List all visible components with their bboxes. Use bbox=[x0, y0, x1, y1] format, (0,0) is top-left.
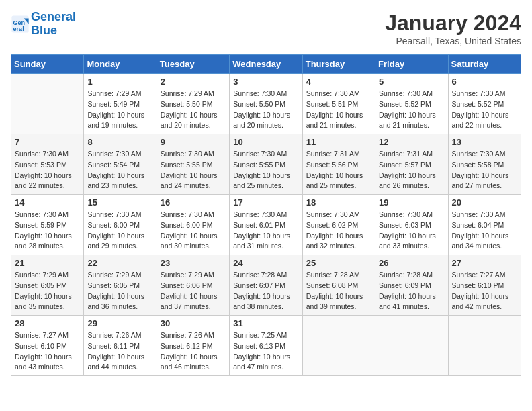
col-header-wednesday: Wednesday bbox=[230, 55, 302, 74]
day-info: Sunrise: 7:26 AM Sunset: 6:12 PM Dayligh… bbox=[161, 330, 226, 373]
day-cell: 15Sunrise: 7:30 AM Sunset: 6:00 PM Dayli… bbox=[84, 195, 157, 255]
week-row-5: 28Sunrise: 7:27 AM Sunset: 6:10 PM Dayli… bbox=[11, 316, 521, 376]
day-cell: 1Sunrise: 7:29 AM Sunset: 5:49 PM Daylig… bbox=[84, 74, 157, 134]
header-row: SundayMondayTuesdayWednesdayThursdayFrid… bbox=[11, 55, 521, 74]
day-number: 26 bbox=[379, 258, 444, 268]
day-cell: 31Sunrise: 7:25 AM Sunset: 6:13 PM Dayli… bbox=[230, 316, 302, 376]
day-number: 25 bbox=[306, 258, 371, 268]
day-number: 30 bbox=[161, 318, 226, 328]
day-cell: 12Sunrise: 7:31 AM Sunset: 5:57 PM Dayli… bbox=[375, 134, 448, 195]
day-info: Sunrise: 7:27 AM Sunset: 6:10 PM Dayligh… bbox=[452, 270, 517, 312]
location: Pearsall, Texas, United States bbox=[385, 36, 521, 46]
day-cell: 3Sunrise: 7:30 AM Sunset: 5:50 PM Daylig… bbox=[230, 74, 302, 134]
day-info: Sunrise: 7:30 AM Sunset: 6:00 PM Dayligh… bbox=[87, 210, 152, 252]
calendar-table: SundayMondayTuesdayWednesdayThursdayFrid… bbox=[11, 54, 521, 376]
day-info: Sunrise: 7:29 AM Sunset: 5:50 PM Dayligh… bbox=[161, 89, 226, 131]
day-info: Sunrise: 7:30 AM Sunset: 6:01 PM Dayligh… bbox=[233, 210, 298, 252]
logo: Gen eral General Blue bbox=[11, 11, 76, 38]
day-info: Sunrise: 7:30 AM Sunset: 5:55 PM Dayligh… bbox=[233, 149, 298, 191]
day-cell: 25Sunrise: 7:28 AM Sunset: 6:08 PM Dayli… bbox=[302, 255, 375, 316]
day-info: Sunrise: 7:28 AM Sunset: 6:09 PM Dayligh… bbox=[379, 270, 444, 312]
day-cell bbox=[375, 316, 448, 376]
day-cell: 24Sunrise: 7:28 AM Sunset: 6:07 PM Dayli… bbox=[230, 255, 302, 316]
day-info: Sunrise: 7:30 AM Sunset: 5:53 PM Dayligh… bbox=[15, 149, 80, 191]
day-info: Sunrise: 7:29 AM Sunset: 6:05 PM Dayligh… bbox=[15, 270, 80, 312]
day-cell: 6Sunrise: 7:30 AM Sunset: 5:52 PM Daylig… bbox=[448, 74, 521, 134]
day-info: Sunrise: 7:30 AM Sunset: 6:03 PM Dayligh… bbox=[379, 210, 444, 252]
day-number: 14 bbox=[15, 197, 80, 208]
day-cell bbox=[302, 316, 375, 376]
day-number: 20 bbox=[452, 197, 517, 208]
day-info: Sunrise: 7:25 AM Sunset: 6:13 PM Dayligh… bbox=[233, 330, 298, 373]
day-cell bbox=[448, 316, 521, 376]
col-header-tuesday: Tuesday bbox=[157, 55, 229, 74]
col-header-saturday: Saturday bbox=[448, 55, 521, 74]
day-info: Sunrise: 7:30 AM Sunset: 5:54 PM Dayligh… bbox=[87, 149, 152, 191]
svg-text:eral: eral bbox=[13, 26, 24, 32]
day-number: 8 bbox=[87, 137, 152, 147]
day-info: Sunrise: 7:26 AM Sunset: 6:11 PM Dayligh… bbox=[87, 330, 152, 373]
day-cell: 8Sunrise: 7:30 AM Sunset: 5:54 PM Daylig… bbox=[84, 134, 157, 195]
day-cell: 22Sunrise: 7:29 AM Sunset: 6:05 PM Dayli… bbox=[84, 255, 157, 316]
day-cell: 17Sunrise: 7:30 AM Sunset: 6:01 PM Dayli… bbox=[230, 195, 302, 255]
day-info: Sunrise: 7:29 AM Sunset: 6:06 PM Dayligh… bbox=[161, 270, 226, 312]
title-block: January 2024 Pearsall, Texas, United Sta… bbox=[385, 11, 521, 46]
day-info: Sunrise: 7:30 AM Sunset: 5:58 PM Dayligh… bbox=[452, 149, 517, 191]
day-info: Sunrise: 7:30 AM Sunset: 5:52 PM Dayligh… bbox=[452, 89, 517, 131]
day-number: 19 bbox=[379, 197, 444, 208]
day-cell: 20Sunrise: 7:30 AM Sunset: 6:04 PM Dayli… bbox=[448, 195, 521, 255]
day-cell: 29Sunrise: 7:26 AM Sunset: 6:11 PM Dayli… bbox=[84, 316, 157, 376]
week-row-2: 7Sunrise: 7:30 AM Sunset: 5:53 PM Daylig… bbox=[11, 134, 521, 195]
week-row-3: 14Sunrise: 7:30 AM Sunset: 5:59 PM Dayli… bbox=[11, 195, 521, 255]
page-header: Gen eral General Blue January 2024 Pears… bbox=[11, 11, 521, 46]
day-number: 24 bbox=[233, 258, 298, 268]
day-cell: 11Sunrise: 7:31 AM Sunset: 5:56 PM Dayli… bbox=[302, 134, 375, 195]
day-info: Sunrise: 7:28 AM Sunset: 6:07 PM Dayligh… bbox=[233, 270, 298, 312]
day-number: 21 bbox=[15, 258, 80, 268]
day-number: 10 bbox=[233, 137, 298, 147]
day-cell bbox=[11, 74, 84, 134]
day-cell: 23Sunrise: 7:29 AM Sunset: 6:06 PM Dayli… bbox=[157, 255, 229, 316]
day-info: Sunrise: 7:30 AM Sunset: 5:59 PM Dayligh… bbox=[15, 210, 80, 252]
day-info: Sunrise: 7:27 AM Sunset: 6:10 PM Dayligh… bbox=[15, 330, 80, 373]
logo-line2: Blue bbox=[31, 24, 57, 37]
logo-line1: General bbox=[31, 10, 76, 24]
day-number: 22 bbox=[87, 258, 152, 268]
day-number: 29 bbox=[87, 318, 152, 328]
day-info: Sunrise: 7:30 AM Sunset: 5:50 PM Dayligh… bbox=[233, 89, 298, 131]
day-cell: 7Sunrise: 7:30 AM Sunset: 5:53 PM Daylig… bbox=[11, 134, 84, 195]
day-number: 1 bbox=[87, 77, 152, 87]
day-info: Sunrise: 7:30 AM Sunset: 5:55 PM Dayligh… bbox=[161, 149, 226, 191]
day-number: 7 bbox=[15, 137, 80, 147]
day-number: 11 bbox=[306, 137, 371, 147]
day-info: Sunrise: 7:30 AM Sunset: 6:00 PM Dayligh… bbox=[161, 210, 226, 252]
day-cell: 9Sunrise: 7:30 AM Sunset: 5:55 PM Daylig… bbox=[157, 134, 229, 195]
day-cell: 4Sunrise: 7:30 AM Sunset: 5:51 PM Daylig… bbox=[302, 74, 375, 134]
day-number: 27 bbox=[452, 258, 517, 268]
day-info: Sunrise: 7:28 AM Sunset: 6:08 PM Dayligh… bbox=[306, 270, 371, 312]
day-number: 15 bbox=[87, 197, 152, 208]
week-row-1: 1Sunrise: 7:29 AM Sunset: 5:49 PM Daylig… bbox=[11, 74, 521, 134]
day-info: Sunrise: 7:29 AM Sunset: 6:05 PM Dayligh… bbox=[87, 270, 152, 312]
day-info: Sunrise: 7:31 AM Sunset: 5:57 PM Dayligh… bbox=[379, 149, 444, 191]
day-info: Sunrise: 7:30 AM Sunset: 5:52 PM Dayligh… bbox=[379, 89, 444, 131]
day-cell: 28Sunrise: 7:27 AM Sunset: 6:10 PM Dayli… bbox=[11, 316, 84, 376]
day-number: 18 bbox=[306, 197, 371, 208]
day-info: Sunrise: 7:31 AM Sunset: 5:56 PM Dayligh… bbox=[306, 149, 371, 191]
day-number: 6 bbox=[452, 77, 517, 87]
day-number: 3 bbox=[233, 77, 298, 87]
day-cell: 16Sunrise: 7:30 AM Sunset: 6:00 PM Dayli… bbox=[157, 195, 229, 255]
day-cell: 13Sunrise: 7:30 AM Sunset: 5:58 PM Dayli… bbox=[448, 134, 521, 195]
day-cell: 30Sunrise: 7:26 AM Sunset: 6:12 PM Dayli… bbox=[157, 316, 229, 376]
day-info: Sunrise: 7:30 AM Sunset: 5:51 PM Dayligh… bbox=[306, 89, 371, 131]
col-header-sunday: Sunday bbox=[11, 55, 84, 74]
day-info: Sunrise: 7:30 AM Sunset: 6:02 PM Dayligh… bbox=[306, 210, 371, 252]
day-number: 23 bbox=[161, 258, 226, 268]
day-number: 16 bbox=[161, 197, 226, 208]
month-title: January 2024 bbox=[385, 11, 521, 36]
day-number: 5 bbox=[379, 77, 444, 87]
day-number: 13 bbox=[452, 137, 517, 147]
day-cell: 2Sunrise: 7:29 AM Sunset: 5:50 PM Daylig… bbox=[157, 74, 229, 134]
day-number: 12 bbox=[379, 137, 444, 147]
day-cell: 10Sunrise: 7:30 AM Sunset: 5:55 PM Dayli… bbox=[230, 134, 302, 195]
